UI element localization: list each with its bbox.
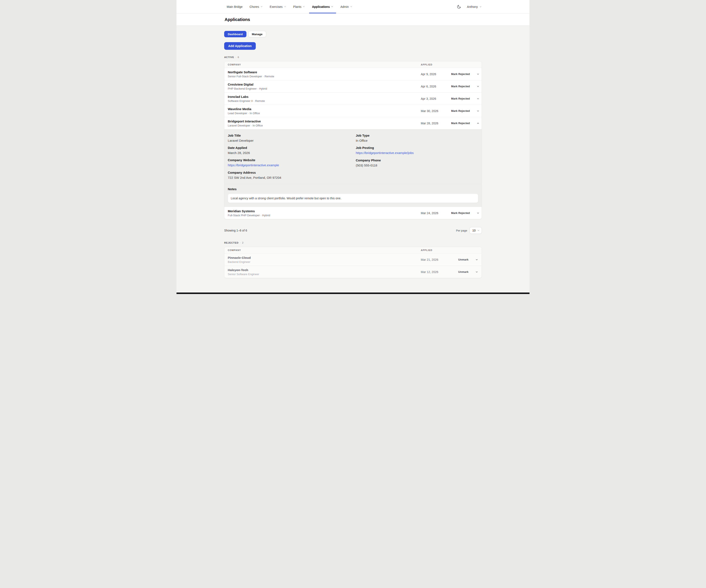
rejected-section-heading: REJECTED · 2 [224, 242, 482, 244]
main-content: Dashboard Manage Add Application ACTIVE … [224, 31, 482, 278]
chevron-down-icon [284, 5, 286, 8]
company-website-link[interactable]: https://bridgeportinteractive.example [228, 163, 279, 167]
applied-date: Apr 9, 2026 [421, 73, 451, 76]
expand-row-button[interactable] [475, 258, 478, 261]
company-role: Lead Developer · In Office [228, 112, 421, 115]
user-menu[interactable]: Anthony [467, 5, 482, 8]
applied-date: Mar 12, 2026 [421, 270, 451, 274]
user-name: Anthony [467, 5, 478, 8]
pagination: Showing 1–6 of 6 Per page 10 [224, 227, 482, 234]
notes-box: Local agency with a strong client portfo… [228, 194, 478, 203]
nav-item-exercises[interactable]: Exercises [270, 0, 286, 13]
applied-date: Apr 6, 2026 [421, 85, 451, 88]
nav-item-label: Plants [293, 5, 302, 8]
company-name: Waveline Media [228, 107, 421, 111]
dark-mode-toggle[interactable] [457, 5, 461, 9]
expand-row-button[interactable] [476, 97, 479, 100]
view-tabs: Dashboard Manage [224, 31, 482, 37]
mark-rejected-button[interactable]: Mark Rejected [451, 97, 470, 100]
nav-item-label: Main Bridge [227, 5, 243, 8]
chevron-down-icon [475, 270, 478, 274]
applied-date: Mar 28, 2026 [421, 122, 451, 125]
page-header: Applications [176, 13, 530, 26]
chevron-down-icon [476, 73, 479, 76]
expand-row-button[interactable] [476, 73, 479, 76]
company-role: Backend Engineer [228, 260, 421, 263]
nav-item-label: Exercises [270, 5, 283, 8]
company-role: Senior Software Engineer [228, 272, 421, 276]
nav-item-chores[interactable]: Chores [249, 0, 263, 13]
company-name: Halcyon Tech [228, 268, 421, 272]
company-name: Bridgeport Interactive [228, 120, 421, 123]
nav-item-plants[interactable]: Plants [293, 0, 305, 13]
job-title-value: Laravel Developer [228, 139, 356, 142]
nav-item-applications[interactable]: Applications [312, 0, 333, 13]
column-header-company: COMPANY [228, 249, 421, 251]
company-role: PHP Backend Engineer · Hybrid [228, 87, 421, 90]
applied-date: Apr 3, 2026 [421, 97, 451, 100]
mark-rejected-button[interactable]: Mark Rejected [451, 211, 470, 215]
rejected-applications-table: COMPANY APPLIED Pinnacle Cloud Backend E… [224, 247, 482, 278]
nav-item-main-bridge[interactable]: Main Bridge [227, 0, 243, 13]
job-posting-link[interactable]: https://bridgeportinteractive.example/jo… [356, 151, 414, 155]
table-row[interactable]: Meridian Systems Full-Stack PHP Develope… [224, 207, 482, 219]
company-name: Crestview Digital [228, 83, 421, 86]
company-address-value: 722 SW 2nd Ave, Portland, OR 97204 [228, 176, 356, 179]
active-section-heading: ACTIVE · 6 [224, 56, 482, 58]
unmark-button[interactable]: Unmark [451, 270, 468, 274]
company-role: Laravel Developer · In Office [228, 124, 421, 127]
chevron-down-icon [475, 258, 478, 261]
chevron-up-icon [476, 122, 479, 125]
company-name: Meridian Systems [228, 209, 421, 213]
tab-dashboard[interactable]: Dashboard [224, 31, 246, 37]
unmark-button[interactable]: Unmark [451, 258, 468, 261]
chevron-down-icon [476, 97, 479, 100]
chevron-down-icon [477, 229, 480, 232]
add-application-button[interactable]: Add Application [224, 42, 256, 50]
section-heading-separator: · [235, 56, 236, 58]
table-row-expanded[interactable]: Bridgeport Interactive Laravel Developer… [224, 117, 482, 129]
chevron-down-icon [261, 5, 263, 8]
nav-item-label: Chores [249, 5, 259, 8]
table-row[interactable]: Waveline Media Lead Developer · In Offic… [224, 104, 482, 117]
table-row[interactable]: Crestview Digital PHP Backend Engineer ·… [224, 80, 482, 92]
expand-row-button[interactable] [476, 212, 479, 215]
per-page-select[interactable]: 10 [470, 227, 482, 234]
company-name: Ironclad Labs [228, 95, 421, 98]
notes-section: Notes Local agency with a strong client … [224, 184, 482, 207]
mark-rejected-button[interactable]: Mark Rejected [451, 122, 470, 125]
top-nav: Main Bridge Chores Exercises Plants Appl… [176, 0, 530, 13]
table-header-row: COMPANY APPLIED [224, 247, 482, 253]
table-row[interactable]: Northgate Software Senior Full-Stack Dev… [224, 68, 482, 80]
tab-manage[interactable]: Manage [248, 31, 266, 37]
nav-item-admin[interactable]: Admin [340, 0, 352, 13]
chevron-down-icon [331, 5, 333, 8]
expand-row-button[interactable] [475, 270, 478, 274]
expand-row-button[interactable] [476, 85, 479, 88]
company-role: Senior Full-Stack Developer · Remote [228, 75, 421, 78]
table-row[interactable]: Halcyon Tech Senior Software Engineer Ma… [224, 266, 482, 278]
section-heading-count: 2 [242, 242, 243, 244]
mark-rejected-button[interactable]: Mark Rejected [451, 109, 470, 113]
company-name: Northgate Software [228, 70, 421, 74]
moon-icon [457, 5, 461, 9]
expand-row-button[interactable] [476, 110, 479, 113]
mark-rejected-button[interactable]: Mark Rejected [451, 73, 470, 76]
nav-item-label: Applications [312, 5, 330, 8]
date-applied-value: March 28, 2026 [228, 151, 356, 155]
chevron-down-icon [476, 110, 479, 113]
applied-date: Mar 21, 2026 [421, 258, 451, 261]
column-header-company: COMPANY [228, 63, 421, 66]
pagination-summary: Showing 1–6 of 6 [224, 229, 247, 232]
mark-rejected-button[interactable]: Mark Rejected [451, 85, 470, 88]
section-heading-separator: · [240, 242, 241, 244]
table-row[interactable]: Pinnacle Cloud Backend Engineer Mar 21, … [224, 253, 482, 266]
company-name: Pinnacle Cloud [228, 256, 421, 259]
table-row[interactable]: Ironclad Labs Software Engineer II · Rem… [224, 92, 482, 104]
job-type-value: In Office [356, 139, 478, 142]
collapse-row-button[interactable] [476, 122, 479, 125]
section-heading-text: REJECTED [224, 242, 239, 244]
company-phone-value: (503) 555-0118 [356, 164, 478, 167]
notes-label: Notes [228, 187, 478, 191]
field-label: Company Website [228, 158, 356, 162]
